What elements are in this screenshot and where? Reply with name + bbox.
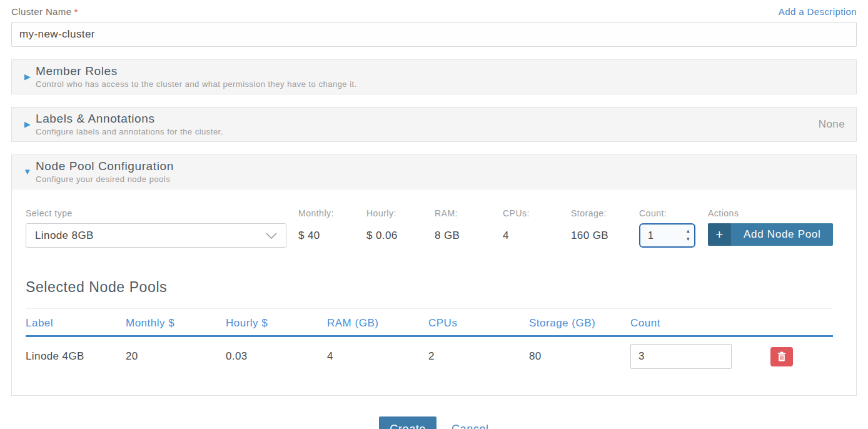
node-type-select[interactable]: Linode 8GB <box>26 223 286 248</box>
form-footer: Create Cancel <box>11 416 857 429</box>
stepper-up-icon[interactable]: ▴ <box>687 227 690 235</box>
node-type-select-value: Linode 8GB <box>35 230 266 242</box>
stat-ram-label: RAM: <box>435 208 503 218</box>
count-label: Count: <box>639 208 708 218</box>
column-header-storage: Storage (GB) <box>529 317 630 330</box>
count-column: Count: ▴ ▾ <box>639 208 708 248</box>
pool-ram-cell: 4 <box>327 350 428 363</box>
pool-hourly-cell: 0.03 <box>226 350 327 363</box>
column-header-ram: RAM (GB) <box>327 317 428 330</box>
delete-node-pool-button[interactable] <box>770 347 793 366</box>
member-roles-title: Member Roles <box>36 64 845 78</box>
pool-count-input[interactable] <box>630 344 732 369</box>
pool-label-cell: Linode 4GB <box>26 350 126 363</box>
stat-ram-value: 8 GB <box>435 223 503 248</box>
member-roles-subtitle: Control who has access to the cluster an… <box>36 79 845 89</box>
form-header-row: Cluster Name* Add a Description <box>11 6 857 18</box>
selected-node-pools-heading: Selected Node Pools <box>26 279 842 296</box>
count-stepper[interactable]: ▴ ▾ <box>687 227 690 243</box>
member-roles-titles: Member Roles Control who has access to t… <box>36 64 845 89</box>
column-header-hourly: Hourly $ <box>226 317 327 330</box>
table-row: Linode 4GB 20 0.03 4 2 80 <box>26 337 833 378</box>
labels-annotations-title: Labels & Annotations <box>36 112 819 126</box>
cluster-name-label-text: Cluster Name <box>11 6 72 17</box>
section-node-pool-configuration: ▼ Node Pool Configuration Configure your… <box>11 154 857 396</box>
pool-row-actions <box>770 347 793 366</box>
add-description-link[interactable]: Add a Description <box>779 6 857 17</box>
create-button[interactable]: Create <box>379 416 437 429</box>
node-pool-configuration-body: Select type Linode 8GB Monthly: $ 40 Hou… <box>12 189 856 395</box>
stat-cpus: CPUs: 4 <box>503 208 571 248</box>
node-pool-configuration-header[interactable]: ▼ Node Pool Configuration Configure your… <box>12 155 856 189</box>
stat-cpus-label: CPUs: <box>503 208 571 218</box>
cluster-name-input[interactable] <box>11 22 857 47</box>
labels-annotations-subtitle: Configure labels and annotations for the… <box>36 127 819 136</box>
actions-label: Actions <box>708 208 842 218</box>
required-asterisk: * <box>74 6 78 17</box>
collapsed-triangle-icon: ▶ <box>19 119 36 129</box>
labels-annotations-header[interactable]: ▶ Labels & Annotations Configure labels … <box>12 108 856 141</box>
table-header-row: Label Monthly $ Hourly $ RAM (GB) CPUs S… <box>26 309 833 337</box>
count-input-wrap: ▴ ▾ <box>639 223 695 248</box>
stepper-down-icon[interactable]: ▾ <box>687 235 690 243</box>
section-labels-annotations: ▶ Labels & Annotations Configure labels … <box>11 107 857 142</box>
node-pool-configuration-title: Node Pool Configuration <box>36 159 845 173</box>
select-type-column: Select type Linode 8GB <box>26 208 286 248</box>
stat-hourly-value: $ 0.06 <box>366 223 435 248</box>
add-node-pool-button[interactable]: + Add Node Pool <box>708 223 833 246</box>
selected-node-pools-table: Label Monthly $ Hourly $ RAM (GB) CPUs S… <box>26 308 833 378</box>
column-header-label: Label <box>26 317 126 330</box>
stat-monthly-value: $ 40 <box>298 223 366 248</box>
cluster-name-label: Cluster Name* <box>11 6 78 18</box>
column-header-cpus: CPUs <box>428 317 529 330</box>
labels-annotations-titles: Labels & Annotations Configure labels an… <box>36 112 819 136</box>
stat-hourly-label: Hourly: <box>366 208 435 218</box>
actions-column: Actions + Add Node Pool <box>708 208 842 246</box>
chevron-down-icon <box>266 232 277 240</box>
stat-storage-label: Storage: <box>571 208 639 218</box>
column-header-monthly: Monthly $ <box>126 317 226 330</box>
stat-storage-value: 160 GB <box>571 223 639 248</box>
expanded-triangle-icon: ▼ <box>19 167 36 176</box>
collapsed-triangle-icon: ▶ <box>19 72 36 81</box>
stat-hourly: Hourly: $ 0.06 <box>366 208 435 248</box>
labels-annotations-value: None <box>819 118 845 131</box>
member-roles-header[interactable]: ▶ Member Roles Control who has access to… <box>12 60 856 94</box>
pool-storage-cell: 80 <box>529 350 630 363</box>
column-header-count: Count <box>630 317 732 330</box>
pool-monthly-cell: 20 <box>126 350 226 363</box>
node-pool-picker-row: Select type Linode 8GB Monthly: $ 40 Hou… <box>26 208 842 248</box>
pool-cpus-cell: 2 <box>428 350 529 363</box>
cancel-link[interactable]: Cancel <box>452 423 489 429</box>
node-pool-configuration-titles: Node Pool Configuration Configure your d… <box>36 159 845 184</box>
stat-monthly-label: Monthly: <box>298 208 366 218</box>
trash-icon <box>777 351 786 361</box>
stat-ram: RAM: 8 GB <box>435 208 503 248</box>
stat-cpus-value: 4 <box>503 223 571 248</box>
stat-monthly: Monthly: $ 40 <box>298 208 366 248</box>
section-member-roles: ▶ Member Roles Control who has access to… <box>11 59 857 94</box>
node-pool-configuration-subtitle: Configure your desired node pools <box>36 174 845 184</box>
pool-count-cell <box>630 344 732 369</box>
plus-icon: + <box>708 223 731 246</box>
cluster-create-form: Cluster Name* Add a Description ▶ Member… <box>0 0 868 429</box>
select-type-label: Select type <box>26 208 286 218</box>
stat-storage: Storage: 160 GB <box>571 208 639 248</box>
add-node-pool-button-label: Add Node Pool <box>731 223 833 246</box>
